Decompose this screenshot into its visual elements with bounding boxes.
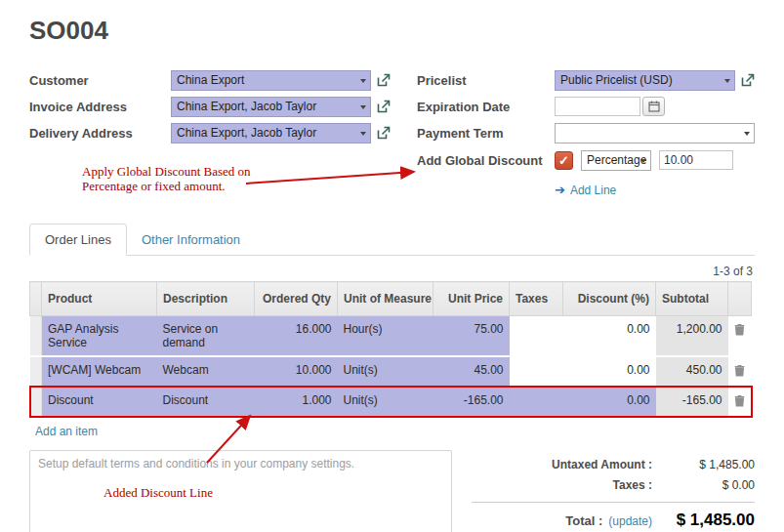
table-row-discount[interactable]: Discount Discount 1.000 Unit(s) -165.00 … [30, 387, 752, 417]
customer-value: China Export [177, 73, 244, 87]
update-total-link[interactable]: (update) [608, 514, 652, 528]
cell-taxes[interactable] [510, 356, 563, 387]
global-discount-checkbox[interactable]: ✓ [555, 151, 573, 170]
external-link-icon[interactable] [376, 73, 391, 88]
terms-notes-input[interactable]: Setup default terms and conditions in yo… [29, 450, 452, 532]
page-title: SO004 [29, 16, 755, 46]
col-unit-price[interactable]: Unit Price [433, 282, 510, 316]
chevron-down-icon [360, 79, 366, 83]
col-discount[interactable]: Discount (%) [563, 282, 656, 316]
untaxed-amount-value: $ 1,485.00 [652, 458, 755, 471]
payment-term-select[interactable] [555, 123, 755, 143]
chevron-down-icon [360, 132, 366, 136]
delivery-address-select[interactable]: China Export, Jacob Taylor [171, 123, 371, 143]
taxes-value: $ 0.00 [652, 478, 755, 492]
add-line-label: Add Line [570, 184, 616, 197]
cell-uom[interactable]: Unit(s) [338, 356, 433, 387]
order-form: Customer China Export Invoice Address Ch… [29, 69, 755, 198]
tab-order-lines[interactable]: Order Lines [29, 224, 127, 256]
pricelist-label: Pricelist [417, 73, 555, 88]
customer-select[interactable]: China Export [171, 70, 371, 91]
expiration-date-row: Expiration Date [417, 96, 755, 117]
form-right-column: Pricelist Public Pricelist (USD) Expirat… [417, 69, 755, 198]
cell-product[interactable]: Discount [42, 387, 157, 417]
delivery-address-row: Delivery Address China Export, Jacob Tay… [29, 122, 417, 143]
cell-discount[interactable]: 0.00 [563, 387, 656, 417]
invoice-address-select[interactable]: China Export, Jacob Taylor [171, 97, 371, 117]
global-discount-row: Add Global Discount ✓ Percentage [417, 148, 755, 172]
pricelist-select[interactable]: Public Pricelist (USD) [555, 70, 735, 91]
delete-column-header [728, 282, 752, 316]
pricelist-row: Pricelist Public Pricelist (USD) [417, 69, 755, 91]
pager[interactable]: 1-3 of 3 [31, 265, 753, 278]
chevron-down-icon [360, 105, 366, 109]
form-left-column: Customer China Export Invoice Address Ch… [29, 69, 417, 198]
check-icon: ✓ [558, 153, 569, 168]
totals-panel: Untaxed Amount : $ 1,485.00 Taxes : $ 0.… [472, 450, 755, 532]
cell-price[interactable]: 45.00 [433, 356, 510, 387]
cell-subtotal: 1,200.00 [656, 316, 728, 357]
external-link-icon[interactable] [740, 73, 755, 88]
col-taxes[interactable]: Taxes [510, 282, 563, 316]
customer-label: Customer [29, 73, 171, 88]
external-link-icon[interactable] [376, 100, 391, 114]
tab-other-information[interactable]: Other Information [127, 225, 255, 255]
col-unit-of-measure[interactable]: Unit of Measure [338, 282, 433, 316]
cell-description[interactable]: Discount [157, 387, 255, 417]
sales-order-page: SO004 Customer China Export Invoice Addr… [0, 0, 784, 532]
col-product[interactable]: Product [42, 282, 157, 316]
cell-qty[interactable]: 16.000 [255, 316, 338, 357]
add-line-link[interactable]: ➔ Add Line [555, 183, 616, 197]
untaxed-amount-label: Untaxed Amount : [552, 458, 652, 471]
cell-description[interactable]: Webcam [157, 356, 255, 387]
cell-uom[interactable]: Hour(s) [338, 316, 433, 357]
cell-taxes[interactable] [510, 316, 563, 357]
cell-subtotal: -165.00 [656, 387, 728, 417]
col-description[interactable]: Description [157, 282, 255, 316]
cell-discount[interactable]: 0.00 [563, 356, 656, 387]
bottom-section: Setup default terms and conditions in yo… [29, 450, 755, 532]
cell-taxes[interactable] [510, 387, 563, 417]
untaxed-amount-row: Untaxed Amount : $ 1,485.00 [472, 458, 755, 471]
row-drag-handle[interactable] [30, 387, 42, 417]
delete-row-icon[interactable] [728, 356, 752, 387]
taxes-label: Taxes : [613, 478, 652, 492]
row-drag-handle[interactable] [30, 316, 42, 357]
delivery-address-value: China Export, Jacob Taylor [177, 126, 316, 140]
row-drag-handle[interactable] [30, 356, 42, 387]
total-row: Total : (update) $ 1,485.00 [472, 511, 755, 530]
add-an-item-link[interactable]: Add an item [29, 418, 103, 445]
discount-type-value: Percentage [587, 153, 646, 167]
cell-discount[interactable]: 0.00 [563, 316, 656, 357]
cell-product[interactable]: GAP Analysis Service [42, 316, 157, 357]
total-value: $ 1,485.00 [652, 511, 755, 530]
cell-price[interactable]: -165.00 [433, 387, 510, 417]
cell-product[interactable]: [WCAM] Webcam [42, 356, 157, 387]
invoice-address-value: China Export, Jacob Taylor [177, 100, 316, 113]
global-discount-label: Add Global Discount [417, 153, 555, 168]
discount-amount-input[interactable] [659, 150, 733, 170]
external-link-icon[interactable] [376, 126, 391, 141]
cell-uom[interactable]: Unit(s) [338, 387, 433, 417]
chevron-down-icon [724, 79, 730, 83]
expiration-date-label: Expiration Date [417, 100, 555, 114]
expiration-date-input[interactable] [555, 97, 640, 116]
table-header-row: Product Description Ordered Qty Unit of … [30, 282, 752, 316]
table-row[interactable]: [WCAM] Webcam Webcam 10.000 Unit(s) 45.0… [30, 356, 752, 387]
arrow-right-icon: ➔ [555, 183, 565, 197]
cell-qty[interactable]: 10.000 [255, 356, 338, 387]
table-row[interactable]: GAP Analysis Service Service on demand 1… [30, 316, 752, 357]
total-label: Total : [565, 513, 602, 528]
delete-row-icon[interactable] [728, 387, 752, 417]
col-subtotal[interactable]: Subtotal [656, 282, 728, 316]
calendar-icon[interactable] [642, 97, 665, 116]
discount-type-select[interactable]: Percentage [581, 150, 651, 171]
notebook-tabs: Order Lines Other Information [29, 224, 755, 256]
chevron-down-icon [744, 132, 750, 136]
col-ordered-qty[interactable]: Ordered Qty [255, 282, 338, 316]
cell-price[interactable]: 75.00 [433, 316, 510, 357]
invoice-address-row: Invoice Address China Export, Jacob Tayl… [29, 96, 417, 117]
cell-qty[interactable]: 1.000 [255, 387, 338, 417]
cell-description[interactable]: Service on demand [157, 316, 255, 357]
delete-row-icon[interactable] [728, 316, 752, 357]
